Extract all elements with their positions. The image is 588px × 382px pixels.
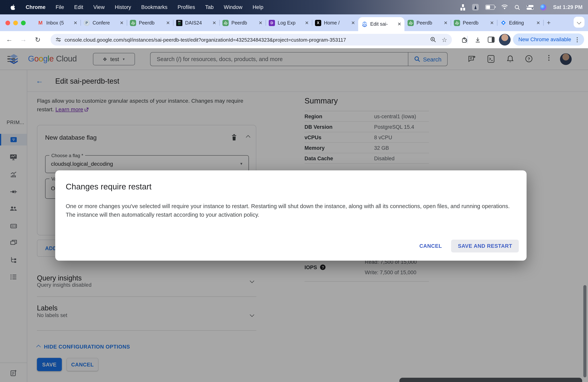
tab-search-button[interactable]	[574, 17, 585, 28]
siri-icon[interactable]	[540, 4, 546, 10]
menu-tab[interactable]: Tab	[205, 4, 214, 10]
control-center-icon[interactable]	[526, 5, 534, 10]
changes-require-restart-dialog: Changes require restart One or more chan…	[55, 170, 526, 261]
address-bar[interactable]: console.cloud.google.com/sql/instances/s…	[51, 34, 452, 45]
web-content: Google Cloud ❖ test ▼ Search (/) for res…	[0, 48, 588, 382]
back-icon[interactable]: ←	[4, 31, 15, 48]
reload-icon[interactable]: ↻	[32, 31, 43, 48]
spotlight-icon[interactable]	[514, 4, 520, 10]
tab-peerdb-4[interactable]: Peerdb ✕	[451, 14, 497, 31]
bookmark-star-icon[interactable]: ☆	[441, 36, 447, 43]
tab-close-icon[interactable]: ✕	[166, 20, 170, 25]
peerdb-favicon	[454, 20, 460, 26]
tab-editing[interactable]: Editing ✕	[497, 14, 543, 31]
peerdb-favicon	[408, 20, 414, 26]
gmail-favicon: M	[37, 20, 43, 26]
dais-favicon: DAIS	[176, 20, 182, 26]
menu-help[interactable]: Help	[252, 4, 263, 10]
tab-log-explorer[interactable]: D Log Exp ✕	[266, 14, 312, 31]
side-panel-icon[interactable]	[486, 31, 497, 48]
extensions-icon[interactable]	[459, 31, 470, 48]
site-settings-icon[interactable]	[55, 37, 62, 43]
chrome-menu-icon[interactable]: ⋮	[574, 36, 580, 43]
screen: Chrome File Edit View History Bookmarks …	[0, 0, 588, 382]
tab-close-icon[interactable]: ✕	[444, 20, 448, 25]
menu-bookmarks[interactable]: Bookmarks	[141, 4, 168, 10]
tab-close-icon[interactable]: ✕	[259, 20, 262, 25]
tab-close-icon[interactable]: ✕	[536, 20, 540, 25]
tab-close-icon[interactable]: ✕	[74, 20, 77, 25]
cloud-sql-favicon	[361, 21, 368, 27]
window-controls	[5, 21, 26, 25]
toolbar-divider	[467, 36, 467, 43]
tab-strip: M Inbox (5 ✕ P Confere ✕ Peerdb ✕ DAIS D…	[0, 14, 588, 31]
menu-bar-clock[interactable]: Sat 1:29 PM	[553, 4, 583, 10]
apple-icon[interactable]	[10, 4, 16, 11]
tab-close-icon[interactable]: ✕	[305, 20, 309, 25]
forward-icon[interactable]: →	[18, 31, 29, 48]
wifi-icon[interactable]	[501, 5, 508, 10]
tab-close-icon[interactable]: ✕	[490, 20, 494, 25]
status-app-icon[interactable]	[472, 4, 479, 11]
menu-view[interactable]: View	[93, 4, 105, 10]
menu-history[interactable]: History	[115, 4, 131, 10]
tab-close-icon[interactable]: ✕	[398, 21, 401, 27]
menu-edit[interactable]: Edit	[74, 4, 84, 10]
tab-inbox[interactable]: M Inbox (5 ✕	[34, 14, 81, 31]
zoom-window-button[interactable]	[21, 21, 26, 25]
tab-close-icon[interactable]: ✕	[120, 20, 124, 25]
url-text[interactable]: console.cloud.google.com/sql/instances/s…	[64, 37, 430, 42]
zoom-page-icon[interactable]	[430, 37, 436, 43]
background-window-edge	[399, 378, 582, 382]
pin-favicon	[500, 20, 506, 26]
menu-profiles[interactable]: Profiles	[178, 4, 195, 10]
new-chrome-available-button[interactable]: New Chrome available ⋮	[513, 33, 584, 45]
dialog-cancel-button[interactable]: CANCEL	[420, 243, 442, 249]
browser-toolbar: ← → ↻ console.cloud.google.com/sql/insta…	[0, 31, 588, 48]
tab-home-x[interactable]: X Home / ✕	[312, 14, 358, 31]
menu-window[interactable]: Window	[224, 4, 242, 10]
tab-close-icon[interactable]: ✕	[351, 20, 355, 25]
close-window-button[interactable]	[5, 21, 10, 25]
macos-menu-bar: Chrome File Edit View History Bookmarks …	[0, 0, 588, 14]
scrollbar-thumb[interactable]	[583, 285, 587, 377]
stage-manager-icon[interactable]	[461, 4, 465, 10]
tab-close-icon[interactable]: ✕	[212, 20, 216, 25]
dialog-body: One or more changes you've selected will…	[66, 202, 516, 219]
menu-chrome[interactable]: Chrome	[26, 4, 45, 10]
save-and-restart-button[interactable]: SAVE AND RESTART	[451, 240, 519, 253]
dialog-title: Changes require restart	[66, 182, 151, 191]
minimize-window-button[interactable]	[13, 21, 18, 25]
datadog-favicon: D	[269, 20, 275, 26]
postgresql-favicon: P	[84, 20, 90, 26]
download-icon[interactable]	[472, 31, 483, 48]
tab-edit-sai-active[interactable]: Edit sai- ✕	[358, 17, 404, 31]
menu-file[interactable]: File	[56, 4, 64, 10]
tab-dais24[interactable]: DAIS DAIS24 ✕	[173, 14, 219, 31]
new-tab-button[interactable]: +	[543, 14, 554, 31]
tab-peerdb-3[interactable]: Peerdb ✕	[404, 14, 451, 31]
tab-peerdb-1[interactable]: Peerdb ✕	[127, 14, 173, 31]
battery-icon[interactable]	[485, 5, 495, 10]
browser-profile-avatar[interactable]	[499, 34, 511, 45]
peerdb-favicon	[222, 20, 229, 26]
tab-peerdb-2[interactable]: Peerdb ✕	[219, 14, 266, 31]
peerdb-favicon	[130, 20, 136, 26]
tab-conference[interactable]: P Confere ✕	[81, 14, 127, 31]
x-favicon: X	[315, 20, 321, 26]
